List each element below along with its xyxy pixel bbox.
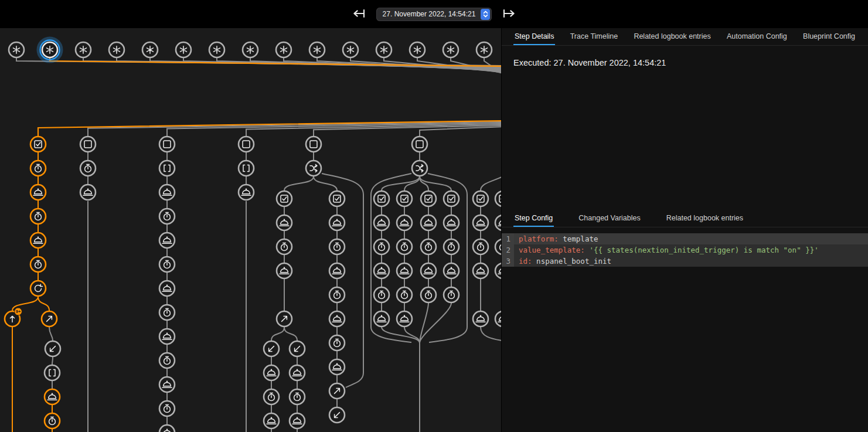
tab-trace-timeline[interactable]: Trace Timeline (569, 28, 619, 45)
graph-node-delay[interactable] (30, 209, 46, 224)
graph-node-condition-blank[interactable] (239, 137, 254, 152)
graph-node-condition[interactable] (329, 191, 345, 206)
graph-node-arrow-bottom-left[interactable] (329, 407, 345, 423)
graph-node-service[interactable] (159, 233, 175, 248)
graph-node-arrow-up[interactable]: 9+ (5, 308, 22, 326)
graph-node-service[interactable] (30, 185, 46, 200)
graph-node-arrow-top-right[interactable] (277, 311, 292, 326)
graph-node-arrow-bottom-left[interactable] (45, 341, 60, 356)
graph-node-condition[interactable] (473, 191, 488, 206)
graph-node-condition-blank[interactable] (412, 137, 427, 152)
graph-node-condition[interactable] (277, 191, 292, 206)
graph-node-asterisk[interactable] (243, 42, 258, 57)
graph-node-service[interactable] (159, 185, 175, 200)
previous-run-button[interactable] (352, 6, 367, 22)
graph-node-delay[interactable] (264, 389, 279, 404)
graph-node-delay[interactable] (374, 239, 389, 254)
graph-node-asterisk[interactable] (142, 42, 158, 57)
graph-node-service[interactable] (495, 215, 501, 230)
tab-step-details[interactable]: Step Details (513, 28, 555, 45)
tab-related-logbook-entries[interactable]: Related logbook entries (632, 28, 712, 45)
graph-node-service[interactable] (374, 311, 389, 326)
graph-node-parallel[interactable] (412, 161, 427, 176)
graph-node-arrow-top-right[interactable] (329, 383, 345, 399)
graph-node-service[interactable] (329, 215, 345, 230)
run-selector[interactable]: 27. November 2022, 14:54:21 (376, 8, 492, 21)
graph-node-asterisk[interactable] (410, 42, 425, 57)
graph-node-service[interactable] (495, 263, 501, 278)
graph-node-delay[interactable] (421, 287, 436, 302)
graph-node-delay[interactable] (397, 239, 412, 254)
graph-node-delay[interactable] (329, 335, 345, 351)
graph-node-delay[interactable] (30, 161, 46, 176)
graph-node-service[interactable] (495, 311, 501, 326)
tab-related-logbook-entries[interactable]: Related logbook entries (665, 210, 744, 227)
graph-node-service[interactable] (45, 389, 60, 404)
graph-node-service[interactable] (421, 263, 436, 278)
graph-node-condition-blank[interactable] (306, 137, 321, 152)
graph-node-arrow-bottom-left[interactable] (290, 341, 305, 356)
graph-node-service[interactable] (264, 365, 279, 380)
code-line[interactable]: 3id: nspanel_boot_init (502, 256, 868, 267)
code-line[interactable]: 1platform: template (502, 233, 868, 244)
graph-node-delay[interactable] (30, 257, 46, 272)
code-line[interactable]: 2value_template: '{{ states(nextion_init… (502, 244, 868, 256)
graph-node-service[interactable] (277, 215, 292, 230)
graph-node-asterisk[interactable] (176, 42, 191, 57)
graph-node-condition[interactable] (421, 191, 436, 206)
graph-node-asterisk[interactable] (343, 42, 358, 57)
graph-node-parallel[interactable] (306, 161, 321, 176)
graph-node-delay[interactable] (159, 257, 175, 272)
graph-node-service[interactable] (397, 311, 412, 326)
graph-node-asterisk[interactable] (38, 38, 62, 62)
graph-node-delay[interactable] (159, 305, 175, 320)
graph-node-asterisk[interactable] (276, 42, 291, 57)
graph-node-delay[interactable] (80, 161, 96, 176)
graph-node-delay[interactable] (45, 413, 60, 428)
graph-node-condition[interactable] (397, 191, 412, 206)
graph-node-service[interactable] (159, 329, 175, 344)
graph-node-condition[interactable] (374, 191, 389, 206)
graph-node-asterisk[interactable] (209, 42, 224, 57)
graph-node-condition[interactable] (444, 191, 459, 206)
graph-node-service[interactable] (277, 263, 292, 278)
graph-node-service[interactable] (80, 185, 96, 200)
graph-node-asterisk[interactable] (76, 42, 91, 57)
graph-node-delay[interactable] (277, 239, 292, 254)
graph-node-brackets[interactable] (239, 161, 254, 176)
graph-node-service[interactable] (397, 263, 412, 278)
graph-node-service[interactable] (444, 215, 459, 230)
graph-node-arrow-top-right[interactable] (42, 311, 57, 326)
graph-node-service[interactable] (264, 413, 279, 428)
graph-node-service[interactable] (329, 263, 345, 278)
graph-node-asterisk[interactable] (476, 42, 492, 57)
graph-node-delay[interactable] (397, 287, 412, 302)
graph-node-delay[interactable] (159, 353, 175, 368)
graph-node-service[interactable] (290, 365, 305, 380)
graph-node-asterisk[interactable] (9, 42, 24, 57)
next-run-button[interactable] (501, 6, 516, 22)
graph-node-service[interactable] (374, 215, 389, 230)
graph-node-repeat[interactable] (30, 281, 46, 296)
graph-node-service[interactable] (30, 233, 46, 248)
graph-node-asterisk[interactable] (376, 42, 392, 57)
graph-node-condition-blank[interactable] (80, 137, 96, 152)
graph-node-delay[interactable] (473, 239, 488, 254)
graph-node-condition[interactable] (495, 191, 501, 206)
graph-node-delay[interactable] (290, 389, 305, 404)
tab-automation-config[interactable]: Automation Config (726, 28, 788, 45)
graph-node-delay[interactable] (159, 209, 175, 224)
graph-node-delay[interactable] (329, 239, 345, 254)
graph-node-service[interactable] (329, 311, 345, 326)
graph-node-condition-blank[interactable] (159, 137, 175, 152)
graph-node-delay[interactable] (495, 239, 501, 254)
graph-node-service[interactable] (421, 215, 436, 230)
graph-node-service[interactable] (159, 377, 175, 392)
tab-changed-variables[interactable]: Changed Variables (577, 210, 641, 227)
graph-node-brackets[interactable] (159, 161, 175, 176)
graph-node-arrow-bottom-left[interactable] (264, 341, 279, 356)
yaml-editor[interactable]: 1platform: template2value_template: '{{ … (502, 233, 868, 267)
graph-node-delay[interactable] (159, 401, 175, 416)
graph-node-service[interactable] (290, 413, 305, 428)
graph-node-delay[interactable] (374, 287, 389, 302)
